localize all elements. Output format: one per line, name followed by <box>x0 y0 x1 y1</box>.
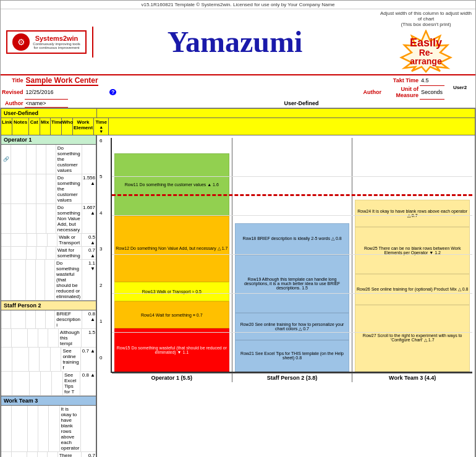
s2-elem2-name: Although this templ <box>59 329 82 347</box>
s2-r3-notes <box>12 348 29 371</box>
author-label2: Author <box>1 99 25 107</box>
header-section: ⚙ Systems2win Continuously improving too… <box>1 9 475 75</box>
s2-r4-mix <box>41 372 52 395</box>
meta-section: Title Sample Work Center Takt Time 4.5 U… <box>1 75 475 108</box>
t3-elem2-time: 0.7 ▲ <box>82 452 96 458</box>
op2-bar-row20: Row20 See online training for how to per… <box>235 313 350 340</box>
op1-bar-row13: Row13 Walk or Transport ≈ 0.5 <box>114 282 229 302</box>
t3-r2-cat <box>27 452 38 458</box>
help-icon[interactable]: ? <box>68 85 158 99</box>
col-link: Link <box>1 118 12 135</box>
op2-bar-row19: Row19 Although this template can handle … <box>235 255 350 314</box>
y-label-4: 4 <box>100 210 111 216</box>
op1-elem1-time <box>82 145 96 174</box>
op1-row3: Do something Non Value Add, but necessar… <box>1 204 96 234</box>
op1-bar-col: Row11 Do something the customer values ▲… <box>112 138 232 372</box>
y-label-3: 3 <box>100 246 111 252</box>
op1-r4-mix <box>37 234 47 246</box>
op1-chart-label: Operator 1 (5.5) <box>112 374 232 382</box>
logo-icon: ⚙ <box>12 33 30 51</box>
takt-line <box>112 194 472 196</box>
takt-label: Takt Time <box>383 75 420 85</box>
op1-bar-row12: Row12 Do something Non Value Add, but ne… <box>114 216 229 282</box>
s2-r1-notes <box>11 310 26 328</box>
s2-elem2-time: 1.5 <box>82 329 96 347</box>
s2-r4-time <box>52 372 63 395</box>
s2-elem1-name: BRIEF description i <box>55 310 82 328</box>
s2-r3-time <box>51 348 62 371</box>
op1-r3-link <box>1 204 11 233</box>
operator1-header: Operator 1 <box>1 135 96 145</box>
t3-r2-link <box>1 452 12 458</box>
t3-r2-mix <box>38 452 48 458</box>
license-bar: v15.1R160821 Template © Systems2win. Lic… <box>1 1 475 9</box>
s2-r4-notes <box>12 372 30 395</box>
logo-area: ⚙ Systems2win Continuously improving too… <box>1 27 93 58</box>
t3-r1-link <box>1 406 12 451</box>
op1-elem3-name: Do something Non Value Add, but necessar… <box>56 204 82 233</box>
t3-r1-cat <box>28 406 38 451</box>
op1-r2-link <box>1 174 11 203</box>
s2-r2-mix <box>38 329 49 347</box>
y-label-6: 6 <box>100 138 111 143</box>
col-work-element: Work Element <box>73 118 94 135</box>
op1-bar-row14: Row14 Wait for something ≡ 0.7 <box>114 301 229 328</box>
op1-elem6-name: Do something wasteful (that should be re… <box>55 260 82 300</box>
logo-sub1: Continuously improving tools <box>33 42 80 46</box>
revised-label: Revised <box>1 85 25 99</box>
s2-r3-link <box>1 348 12 371</box>
t3-row2: There can be no blank rows between Work … <box>1 452 96 458</box>
op1-r3-cat <box>27 204 36 233</box>
title-area: Yamazumi <box>93 27 376 57</box>
t3-r1-time <box>49 406 59 451</box>
op3-bar-col: Row24 It is okay to have blank rows abov… <box>352 138 472 372</box>
op1-r2-time <box>46 174 56 203</box>
s2-r4-link <box>1 372 12 395</box>
user-defined-label: User-Defined <box>158 99 444 107</box>
op1-elem5-name: Wait for something <box>56 247 82 259</box>
op1-r4-link <box>1 234 11 246</box>
uom-value: Seconds <box>420 85 444 99</box>
s2-r2-link <box>1 329 12 347</box>
product-mix-label: User-Defined <box>1 109 97 117</box>
s2-r2-cat <box>28 329 38 347</box>
op1-elem4-time: 0.5 ▲ <box>82 234 96 246</box>
op1-r3-time <box>46 204 56 233</box>
op1-link-cell: 🔗 <box>1 145 11 174</box>
s2-r1-cat <box>26 310 36 328</box>
op1-elem3-time: 1.667 ▲ <box>82 204 96 233</box>
y-axis: 0 1 2 3 4 5 6 <box>100 138 111 373</box>
bars-container: Row11 Do something the customer values ▲… <box>111 138 472 373</box>
team3-header: Work Team 3 <box>1 396 96 406</box>
s2-elem3-name: See online training f <box>61 348 80 371</box>
staff2-header: Staff Person 2 <box>1 301 96 310</box>
s2-r1-mix <box>36 310 46 328</box>
op1-cat-cell <box>27 145 36 174</box>
op1-notes-cell <box>11 145 27 174</box>
s2-r1-link <box>1 310 11 328</box>
title-value: Sample Work Center <box>25 75 383 85</box>
chart-col-header <box>109 118 475 135</box>
op1-r5-cat <box>27 247 36 259</box>
product-mix-spacer <box>97 112 475 114</box>
y-label-1: 1 <box>100 318 111 324</box>
op1-elem4-name: Walk or Transport <box>57 234 82 246</box>
s2-elem4-time: 0.8 ▲ <box>80 372 96 395</box>
t3-elem1-name: It is okay to have blank rows above each… <box>60 406 82 451</box>
op3-bar-row27: Row27 Scroll to the right to experiment … <box>355 305 470 371</box>
op2-bar-col: Row18 BRIEF description is ideally 2-5 w… <box>232 138 353 372</box>
takt-value: 4.5 <box>420 75 444 85</box>
op2-bar-row21: Row21 See Excel Tips for THIS template (… <box>235 340 350 371</box>
s2-r1-time <box>46 310 56 328</box>
main-title: Yamazumi <box>93 27 376 57</box>
author-label: Author <box>158 85 383 99</box>
s2-row2: Although this templ 1.5 <box>1 329 96 348</box>
op1-r5-time <box>46 247 56 259</box>
op1-bar-row11: Row11 Do something the customer values ▲… <box>114 153 229 216</box>
y-label-5: 5 <box>100 174 111 179</box>
t3-elem2-name: There can be no blank rows between Work … <box>58 452 82 458</box>
title-label: Title <box>1 75 25 85</box>
op1-row5: Wait for something 0.7 ▲ <box>1 247 96 260</box>
easily-text: Easily <box>406 37 446 48</box>
op1-row1: 🔗 Do something the customer values <box>1 145 96 174</box>
